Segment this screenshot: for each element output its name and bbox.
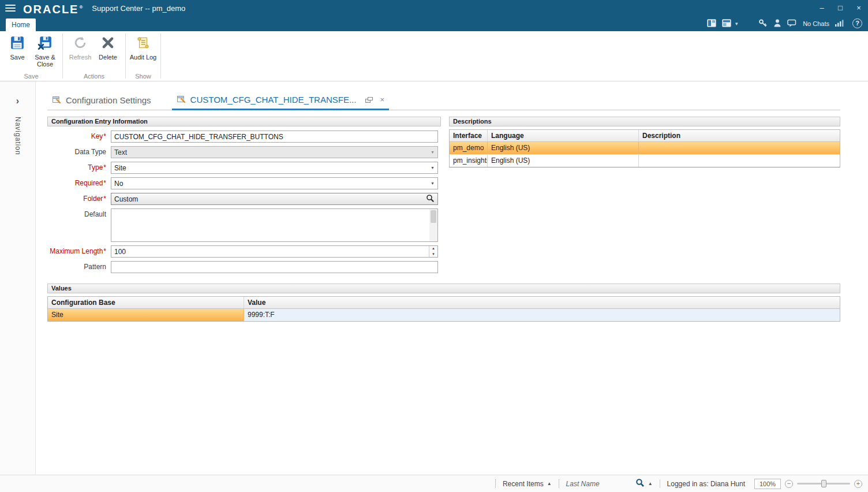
pattern-field-row: Pattern [47,261,441,273]
tab-custom-cfg-entry[interactable]: CUSTOM_CFG_CHAT_HIDE_TRANSFE... × [172,91,389,110]
max-length-label: Maximum Length* [47,245,111,258]
cell-description[interactable] [639,142,840,154]
navigation-pane-collapsed: › Navigation [0,82,36,475]
descriptions-section-header: Descriptions [449,117,840,126]
column-header-value[interactable]: Value [244,297,840,309]
recent-items-control[interactable]: Recent Items ▲ [503,480,552,488]
zoom-in-button[interactable]: + [854,480,862,488]
save-button[interactable]: Save [3,33,31,70]
search-icon[interactable] [635,478,645,489]
pattern-input[interactable] [111,261,438,273]
column-header-interface[interactable]: Interface [450,130,488,142]
cell-description[interactable] [639,155,840,167]
column-header-configuration-base[interactable]: Configuration Base [48,297,244,309]
pattern-label: Pattern [47,261,111,273]
cell-value[interactable]: 9999:T:F [244,309,840,321]
oracle-logo: ORACLE® [23,0,84,17]
max-length-field-row: Maximum Length* ▲ ▼ [47,245,441,258]
zoom-slider[interactable] [797,483,850,484]
zoom-level[interactable]: 100% [754,479,781,489]
spin-down-icon[interactable]: ▼ [429,252,437,258]
descriptions-table: Interface Language Description pm_demo E… [449,129,840,167]
ribbon-group-show: Audit Log Show [126,31,160,81]
folder-lookup[interactable]: Custom [111,193,438,205]
search-icon[interactable] [426,194,435,204]
undock-tab-icon[interactable] [365,97,373,103]
chat-icon[interactable] [787,19,796,29]
column-header-language[interactable]: Language [488,130,639,142]
search-caret-icon[interactable]: ▲ [648,481,653,486]
tab-configuration-settings[interactable]: Configuration Settings [47,91,156,110]
statusbar: Recent Items ▲ Last Name ▲ Logged in as:… [0,475,868,492]
descriptions-row-pm-demo[interactable]: pm_demo English (US) [450,142,840,155]
required-select[interactable]: No ▼ [111,177,438,189]
expand-navigation-icon[interactable]: › [0,96,35,106]
menu-icon[interactable] [5,5,16,12]
maximize-button[interactable]: □ [831,0,850,16]
quick-report2-icon[interactable] [722,19,731,29]
ribbon-tab-home[interactable]: Home [6,18,36,31]
values-header-row: Configuration Base Value [48,297,840,309]
key-label: Key* [47,131,111,143]
cell-interface[interactable]: pm_insights [450,155,488,167]
close-tab-icon[interactable]: × [380,95,384,104]
zoom-control: 100% − + [754,479,862,489]
ribbon-group-label-show: Show [126,73,160,80]
help-icon[interactable]: ? [852,18,862,28]
zoom-out-button[interactable]: − [785,480,793,488]
max-length-input[interactable] [111,245,438,258]
tab-label: Configuration Settings [66,95,151,105]
data-type-select: Text ▼ [111,146,438,158]
entry-section-header: Configuration Entry Information [47,117,441,126]
tab-label: CUSTOM_CFG_CHAT_HIDE_TRANSFE... [190,95,357,105]
key-input[interactable] [111,131,438,143]
navigation-pane-label[interactable]: Navigation [14,117,22,155]
key-icon[interactable] [758,18,768,29]
config-entry-tab-icon [177,94,186,105]
quick-access-toolbar: ▼ No Chats [707,16,844,31]
type-select[interactable]: Site ▼ [111,162,438,174]
ribbon-group-save: Save Save & Close Save [0,31,62,81]
close-button[interactable]: × [850,0,868,16]
stats-bars-icon[interactable] [835,20,844,28]
ribbon: Save Save & Close Save Refresh Delete Ac… [0,31,868,81]
ribbon-group-label-save: Save [0,73,62,80]
quick-report-icon[interactable] [707,19,716,29]
type-field-row: Type* Site ▼ [47,162,441,174]
delete-icon [100,35,115,52]
ribbon-group-actions: Refresh Delete Actions [63,31,125,81]
window-title: Support Center -- pm_demo [92,4,185,13]
textarea-scrollbar[interactable] [429,209,437,241]
descriptions-row-pm-insights[interactable]: pm_insights English (US) [450,155,840,167]
required-label: Required* [47,177,111,189]
type-label: Type* [47,162,111,174]
ribbon-separator [160,33,161,79]
cell-interface[interactable]: pm_demo [450,142,488,154]
name-search-control[interactable]: Last Name ▲ [566,478,653,489]
ribbon-group-label-actions: Actions [63,73,125,80]
descriptions-header-row: Interface Language Description [450,130,840,142]
column-header-description[interactable]: Description [639,130,840,142]
save-close-button[interactable]: Save & Close [31,33,59,70]
delete-button[interactable]: Delete [94,33,122,70]
configuration-entry-panel: Configuration Entry Information Key* Dat… [47,117,441,277]
zoom-slider-thumb[interactable] [821,480,826,487]
sort-ascending-icon: ▲ [547,481,552,486]
values-table: Configuration Base Value Site 9999:T:F [47,296,840,322]
chevron-down-icon: ▼ [431,181,435,185]
values-section-header: Values [47,284,840,293]
values-row-site[interactable]: Site 9999:T:F [48,309,840,321]
user-icon[interactable] [773,18,781,29]
cell-language[interactable]: English (US) [488,142,639,154]
cell-configuration-base[interactable]: Site [48,309,244,321]
key-field-row: Key* [47,131,441,143]
spin-up-icon[interactable]: ▲ [429,246,437,252]
default-textarea[interactable] [111,209,437,241]
workspace: › Navigation Configuration Settings CUST… [0,82,868,475]
toolbar-dropdown-icon[interactable]: ▼ [734,21,739,27]
minimize-button[interactable]: – [813,0,831,16]
cell-language[interactable]: English (US) [488,155,639,167]
titlebar: ORACLE® Support Center -- pm_demo – □ × [0,0,868,16]
window-controls: – □ × [813,0,868,16]
audit-log-button[interactable]: Audit Log [129,33,157,70]
